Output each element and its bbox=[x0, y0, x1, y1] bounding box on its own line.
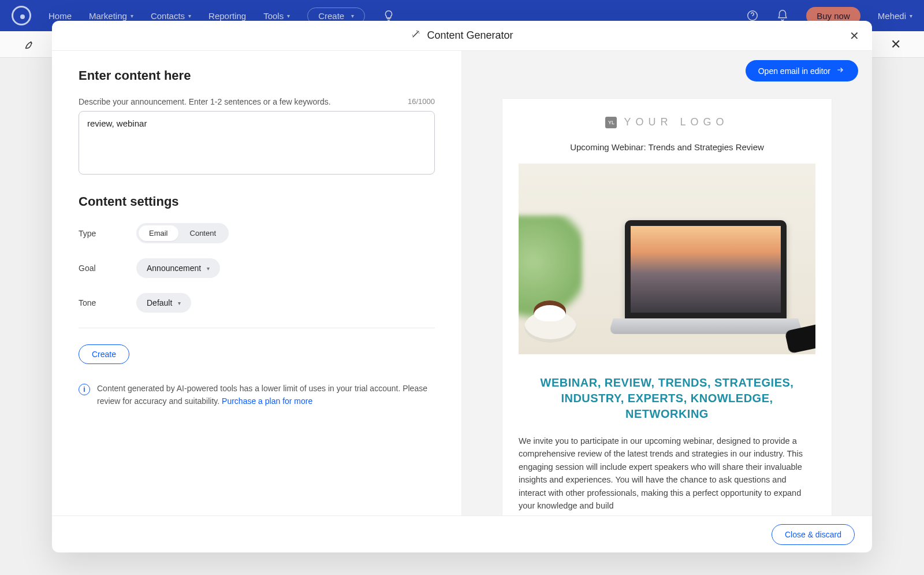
description-input[interactable] bbox=[79, 111, 435, 175]
goal-label: Goal bbox=[79, 264, 136, 273]
type-segment: Email Content bbox=[136, 223, 229, 243]
purchase-plan-link[interactable]: Purchase a plan for more bbox=[222, 396, 312, 406]
content-settings-heading: Content settings bbox=[79, 194, 435, 209]
cup-graphic bbox=[524, 311, 576, 343]
create-button[interactable]: Create bbox=[79, 344, 129, 364]
tone-label: Tone bbox=[79, 298, 136, 307]
modal-close-icon[interactable]: ✕ bbox=[850, 29, 859, 43]
open-editor-label: Open email in editor bbox=[758, 66, 830, 76]
open-in-editor-button[interactable]: Open email in editor bbox=[746, 60, 858, 81]
info-icon: i bbox=[79, 384, 90, 395]
chevron-down-icon: ▾ bbox=[178, 300, 181, 306]
close-discard-button[interactable]: Close & discard bbox=[772, 524, 855, 545]
info-row: i Content generated by AI-powered tools … bbox=[79, 383, 435, 407]
type-email-option[interactable]: Email bbox=[139, 225, 178, 241]
divider bbox=[79, 328, 435, 328]
arrow-right-icon bbox=[835, 66, 845, 76]
wand-icon bbox=[411, 29, 421, 42]
type-label: Type bbox=[79, 229, 136, 238]
laptop-graphic bbox=[613, 220, 798, 342]
char-counter: 16/1000 bbox=[408, 97, 435, 106]
goal-select[interactable]: Announcement ▾ bbox=[136, 258, 220, 278]
logo-text: YOUR LOGO bbox=[624, 116, 728, 128]
preview-body-text: We invite you to participate in our upco… bbox=[519, 435, 815, 513]
modal-title: Content Generator bbox=[427, 29, 513, 42]
tone-select[interactable]: Default ▾ bbox=[136, 293, 191, 313]
left-pane: Enter content here Describe your announc… bbox=[52, 51, 462, 515]
content-generator-modal: Content Generator ✕ Enter content here D… bbox=[52, 21, 872, 552]
tone-value: Default bbox=[147, 298, 172, 307]
email-preview: YL YOUR LOGO Upcoming Webinar: Trends an… bbox=[502, 99, 832, 515]
logo-badge: YL bbox=[605, 117, 617, 128]
enter-content-heading: Enter content here bbox=[79, 68, 435, 83]
preview-hero-image bbox=[519, 164, 815, 354]
right-pane: Open email in editor YL YOUR LOGO Upcomi… bbox=[462, 51, 872, 515]
modal-body: Enter content here Describe your announc… bbox=[52, 51, 872, 515]
goal-value: Announcement bbox=[147, 264, 201, 273]
describe-label: Describe your announcement. Enter 1-2 se… bbox=[79, 97, 331, 106]
info-text-block: Content generated by AI-powered tools ha… bbox=[97, 383, 435, 407]
preview-subject: Upcoming Webinar: Trends and Strategies … bbox=[519, 142, 815, 152]
modal-footer: Close & discard bbox=[52, 515, 872, 552]
type-content-option[interactable]: Content bbox=[180, 225, 227, 241]
preview-headline: WEBINAR, REVIEW, TRENDS, STRATEGIES, IND… bbox=[519, 375, 815, 422]
modal-overlay: Content Generator ✕ Enter content here D… bbox=[0, 0, 924, 575]
preview-logo: YL YOUR LOGO bbox=[519, 116, 815, 128]
modal-header: Content Generator ✕ bbox=[52, 21, 872, 51]
chevron-down-icon: ▾ bbox=[207, 265, 210, 272]
